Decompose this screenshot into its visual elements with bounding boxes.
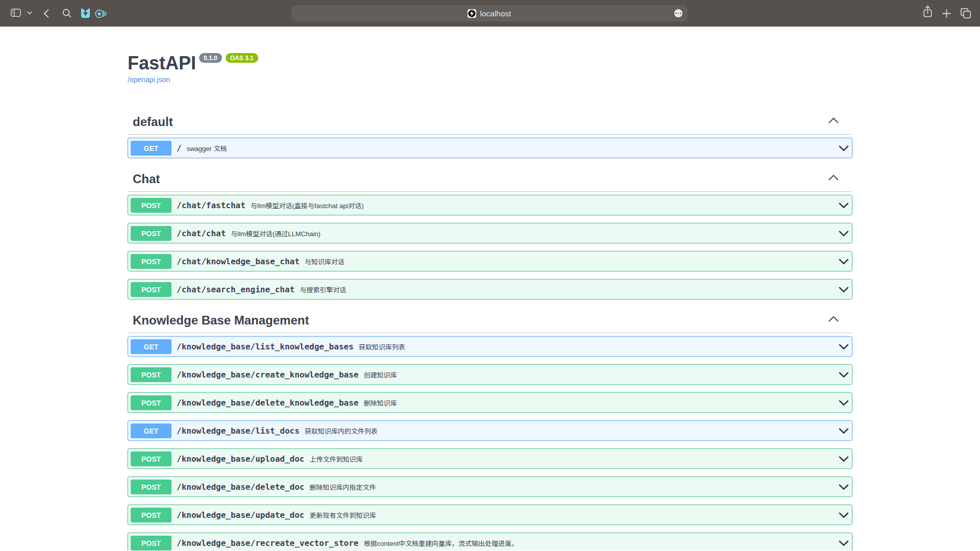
operation-row[interactable]: POST/knowledge_base/delete_knowledge_bas… — [128, 392, 852, 413]
method-badge: POST — [131, 254, 172, 269]
expand-operation-icon[interactable] — [839, 200, 849, 210]
operation-row[interactable]: POST/chat/search_engine_chat与搜索引擎对话 — [128, 279, 852, 299]
expand-operation-icon[interactable] — [839, 284, 849, 294]
operation-summary: 更新现有文件到知识库 — [309, 510, 376, 520]
section-title: Chat — [133, 172, 160, 186]
swagger-page: FastAPI0.1.0OAS 3.1 /openapi.json defaul… — [0, 27, 980, 550]
rings-star-extension-icon[interactable] — [95, 9, 107, 19]
operation-path: /chat/fastchat — [177, 201, 246, 210]
page-title: FastAPI0.1.0OAS 3.1 — [128, 53, 852, 73]
downloader-extension-icon[interactable] — [81, 8, 90, 18]
operation-row[interactable]: GET/knowledge_base/list_docs获取知识库内的文件列表 — [128, 420, 852, 441]
operation-row[interactable]: POST/chat/knowledge_base_chat与知识库对话 — [128, 251, 852, 271]
favicon-icon — [468, 9, 476, 18]
operation-path: / — [177, 143, 182, 153]
operation-path: /chat/knowledge_base_chat — [177, 257, 300, 266]
api-section: ChatPOST/chat/fastchat与llm模型对话(直接与fastch… — [128, 166, 852, 299]
collapse-section-icon[interactable] — [828, 116, 839, 126]
expand-operation-icon[interactable] — [839, 538, 849, 548]
method-badge: POST — [131, 452, 172, 466]
sidebar-toggle-icon[interactable] — [11, 9, 21, 17]
method-badge: POST — [131, 226, 172, 241]
operation-row[interactable]: GET/knowledge_base/list_knowledge_bases获… — [128, 336, 852, 357]
method-badge: POST — [131, 536, 172, 550]
address-bar[interactable]: localhost — [291, 5, 688, 21]
expand-operation-icon[interactable] — [839, 397, 849, 408]
operation-path: /knowledge_base/update_doc — [177, 510, 304, 520]
sidebar-chevron-down-icon[interactable] — [27, 11, 32, 15]
section-title: Knowledge Base Management — [133, 313, 309, 327]
operation-path: /knowledge_base/delete_knowledge_base — [177, 398, 358, 408]
operation-path: /knowledge_base/list_knowledge_bases — [177, 342, 354, 352]
operation-summary: 与知识库对话 — [305, 257, 345, 266]
openapi-spec-link[interactable]: /openapi.json — [128, 76, 170, 84]
operation-summary: swagger 文档 — [187, 143, 227, 153]
share-icon[interactable] — [923, 6, 932, 17]
operation-summary: 获取知识库列表 — [359, 342, 405, 352]
expand-operation-icon[interactable] — [839, 510, 849, 520]
api-sections: defaultGET/swagger 文档ChatPOST/chat/fastc… — [128, 109, 852, 550]
method-badge: POST — [131, 508, 172, 522]
content-wrapper: FastAPI0.1.0OAS 3.1 /openapi.json defaul… — [117, 53, 863, 550]
expand-operation-icon[interactable] — [839, 454, 849, 464]
section-header-chat[interactable]: Chat — [128, 166, 852, 192]
section-operations: POST/chat/fastchat与llm模型对话(直接与fastchat a… — [128, 192, 852, 299]
operation-summary: 删除知识库 — [363, 398, 397, 408]
operation-summary: 与搜索引擎对话 — [300, 285, 346, 294]
expand-operation-icon[interactable] — [839, 369, 849, 380]
section-operations: GET/knowledge_base/list_knowledge_bases获… — [128, 333, 852, 550]
expand-operation-icon[interactable] — [839, 425, 849, 436]
method-badge: POST — [131, 395, 172, 410]
search-icon[interactable] — [62, 9, 71, 18]
expand-operation-icon[interactable] — [839, 256, 849, 266]
new-tab-icon[interactable] — [942, 9, 951, 18]
operation-row[interactable]: POST/knowledge_base/create_knowledge_bas… — [128, 364, 852, 385]
operation-path: /knowledge_base/delete_doc — [177, 482, 304, 492]
more-options-icon[interactable] — [674, 9, 682, 17]
tab-overview-icon[interactable] — [961, 8, 971, 18]
operation-path: /chat/chat — [177, 229, 226, 238]
back-button-icon[interactable] — [43, 9, 49, 18]
browser-toolbar: localhost — [0, 0, 980, 27]
method-badge: GET — [131, 423, 172, 438]
operation-summary: 上传文件到知识库 — [309, 454, 362, 464]
toolbar-divider — [24, 9, 25, 17]
operation-path: /knowledge_base/recreate_vector_store — [177, 538, 358, 548]
collapse-section-icon[interactable] — [828, 314, 839, 324]
operation-summary: 根据content中文档重建向量库，流式输出处理进度。 — [363, 538, 518, 548]
operation-row[interactable]: POST/chat/chat与llm模型对话(通过LLMChain) — [128, 223, 852, 243]
section-operations: GET/swagger 文档 — [128, 135, 852, 158]
operation-summary: 获取知识库内的文件列表 — [305, 426, 378, 436]
api-info: FastAPI0.1.0OAS 3.1 /openapi.json — [128, 53, 852, 84]
expand-operation-icon[interactable] — [839, 143, 849, 153]
method-badge: GET — [131, 339, 172, 354]
expand-operation-icon[interactable] — [839, 341, 849, 352]
operation-path: /knowledge_base/upload_doc — [177, 454, 304, 464]
section-header-knowledge-base-management[interactable]: Knowledge Base Management — [128, 308, 852, 333]
operation-path: /knowledge_base/create_knowledge_base — [177, 370, 358, 380]
operation-row[interactable]: POST/knowledge_base/upload_doc上传文件到知识库 — [128, 448, 852, 469]
method-badge: POST — [131, 198, 172, 213]
section-title: default — [133, 115, 173, 129]
operation-row[interactable]: POST/knowledge_base/delete_doc删除知识库内指定文件 — [128, 477, 852, 497]
method-badge: POST — [131, 282, 172, 297]
operation-row[interactable]: POST/knowledge_base/recreate_vector_stor… — [128, 533, 852, 550]
operation-row[interactable]: POST/chat/fastchat与llm模型对话(直接与fastchat a… — [128, 195, 852, 215]
operation-path: /chat/search_engine_chat — [177, 285, 295, 294]
section-header-default[interactable]: default — [128, 109, 852, 135]
api-section: defaultGET/swagger 文档 — [128, 109, 852, 158]
operation-summary: 删除知识库内指定文件 — [309, 482, 376, 492]
operation-summary: 与llm模型对话(通过LLMChain) — [231, 229, 321, 238]
operation-summary: 与llm模型对话(直接与fastchat api对话) — [251, 201, 364, 210]
operation-row[interactable]: GET/swagger 文档 — [128, 138, 852, 158]
operation-path: /knowledge_base/list_docs — [177, 426, 300, 436]
method-badge: POST — [131, 367, 172, 382]
collapse-section-icon[interactable] — [828, 173, 839, 183]
operation-row[interactable]: POST/knowledge_base/update_doc更新现有文件到知识库 — [128, 505, 852, 525]
method-badge: POST — [131, 480, 172, 494]
version-badge: 0.1.0 — [199, 53, 222, 63]
expand-operation-icon[interactable] — [839, 482, 849, 492]
oas-badge: OAS 3.1 — [226, 53, 258, 63]
expand-operation-icon[interactable] — [839, 228, 849, 238]
url-text: localhost — [480, 9, 511, 18]
